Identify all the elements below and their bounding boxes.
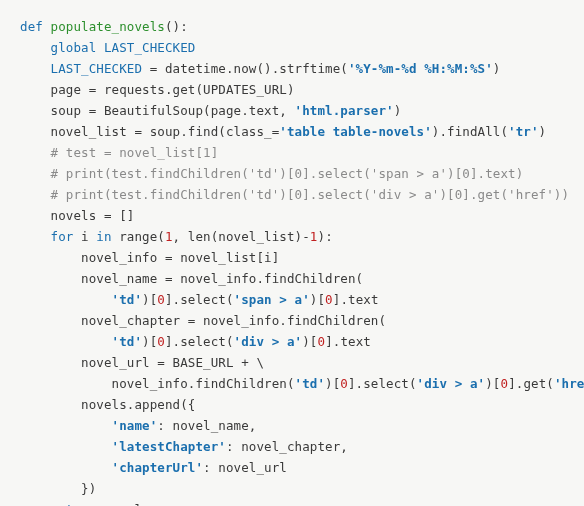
code-token: page = requests.get(	[51, 82, 204, 97]
code-line: page = requests.get(UPDATES_URL)	[20, 82, 295, 97]
code-line: })	[20, 481, 96, 496]
code-line: novels.append({	[20, 397, 195, 412]
code-token: 'html.parser'	[295, 103, 394, 118]
code-token: )	[493, 61, 501, 76]
code-token: 'latestChapter'	[112, 439, 226, 454]
code-token: , len(novel_list)-	[173, 229, 310, 244]
code-token: 0	[317, 334, 325, 349]
code-token: 1	[165, 229, 173, 244]
code-token: )[	[302, 334, 317, 349]
code-token: ].text	[325, 334, 371, 349]
code-token: novels.append({	[81, 397, 195, 412]
code-token: novel_name = novel_info.findChildren(	[81, 271, 363, 286]
code-token: for	[51, 229, 82, 244]
code-token: def	[20, 19, 51, 34]
code-token: ):	[318, 229, 333, 244]
code-token: = datetime.now().strftime(	[142, 61, 348, 76]
code-token: : novel_name,	[157, 418, 256, 433]
code-line: novels = []	[20, 208, 134, 223]
code-block: def populate_novels(): global LAST_CHECK…	[0, 0, 584, 506]
code-token: + \	[234, 355, 265, 370]
code-line: global LAST_CHECKED	[20, 40, 195, 55]
code-token: 'href'	[554, 376, 584, 391]
code-line: novel_chapter = novel_info.findChildren(	[20, 313, 386, 328]
code-token: )	[394, 103, 402, 118]
code-token: range(	[119, 229, 165, 244]
code-token: ].select(	[165, 334, 234, 349]
code-line: novel_name = novel_info.findChildren(	[20, 271, 363, 286]
code-line: for i in range(1, len(novel_list)-1):	[20, 229, 333, 244]
code-token: 'td'	[112, 334, 143, 349]
code-token: LAST_CHECKED	[51, 61, 143, 76]
code-line: def populate_novels():	[20, 19, 188, 34]
code-token: 'td'	[112, 292, 143, 307]
code-token: : novel_chapter,	[226, 439, 348, 454]
code-token: 'table table-novels'	[279, 124, 432, 139]
code-token: # print(test.findChildren('td')[0].selec…	[51, 166, 524, 181]
code-token: )	[539, 124, 547, 139]
code-line: novel_list = soup.find(class_='table tab…	[20, 124, 546, 139]
code-line: 'latestChapter': novel_chapter,	[20, 439, 348, 454]
code-line: 'td')[0].select('span > a')[0].text	[20, 292, 379, 307]
code-line: novel_info.findChildren('td')[0].select(…	[20, 376, 584, 391]
code-token: )[	[142, 292, 157, 307]
code-line: novel_url = BASE_URL + \	[20, 355, 264, 370]
code-token: ].text	[333, 292, 379, 307]
code-line: # test = novel_list[1]	[20, 145, 218, 160]
code-line: return novels	[20, 502, 150, 506]
code-token: novel_chapter = novel_info.findChildren(	[81, 313, 386, 328]
code-token: 0	[340, 376, 348, 391]
code-token: 0	[325, 292, 333, 307]
code-token: ].get(	[508, 376, 554, 391]
code-token: 0	[157, 334, 165, 349]
code-token: novel_list = soup.find(	[51, 124, 226, 139]
code-token: novels = []	[51, 208, 135, 223]
code-token: LAST_CHECKED	[104, 40, 196, 55]
code-token: 'chapterUrl'	[112, 460, 204, 475]
code-token: ():	[165, 19, 188, 34]
code-token: 'name'	[112, 418, 158, 433]
code-token: })	[81, 481, 96, 496]
code-token: novel_info = novel_list[i]	[81, 250, 279, 265]
code-token: ].select(	[165, 292, 234, 307]
code-token: 'div > a'	[417, 376, 486, 391]
code-token: )	[287, 82, 295, 97]
code-token: ).findAll(	[432, 124, 508, 139]
code-token: '%Y-%m-%d %H:%M:%S'	[348, 61, 493, 76]
code-token: )[	[485, 376, 500, 391]
code-token: # test = novel_list[1]	[51, 145, 219, 160]
code-token: 'tr'	[508, 124, 539, 139]
code-token: 0	[157, 292, 165, 307]
code-token: return	[51, 502, 104, 506]
code-line: # print(test.findChildren('td')[0].selec…	[20, 166, 523, 181]
code-token: novel_url =	[81, 355, 173, 370]
code-token: BASE_URL	[173, 355, 234, 370]
code-token: UPDATES_URL	[203, 82, 287, 97]
code-token: global	[51, 40, 104, 55]
code-token: 'div > a'	[234, 334, 303, 349]
code-token: 0	[501, 376, 509, 391]
code-token: populate_novels	[51, 19, 165, 34]
code-token: novels	[104, 502, 150, 506]
code-token: )[	[325, 376, 340, 391]
code-token: 1	[310, 229, 318, 244]
code-line: novel_info = novel_list[i]	[20, 250, 279, 265]
code-line: 'chapterUrl': novel_url	[20, 460, 287, 475]
code-token: class_	[226, 124, 272, 139]
code-token: ].select(	[348, 376, 417, 391]
code-token: i	[81, 229, 96, 244]
code-line: LAST_CHECKED = datetime.now().strftime('…	[20, 61, 500, 76]
code-token: )[	[142, 334, 157, 349]
code-token: soup = BeautifulSoup(page.text,	[51, 103, 295, 118]
code-token: 'span > a'	[234, 292, 310, 307]
code-token: 'td'	[295, 376, 326, 391]
code-token: )[	[310, 292, 325, 307]
code-token: in	[96, 229, 119, 244]
code-token: novel_info.findChildren(	[112, 376, 295, 391]
code-line: soup = BeautifulSoup(page.text, 'html.pa…	[20, 103, 401, 118]
code-line: 'td')[0].select('div > a')[0].text	[20, 334, 371, 349]
code-line: 'name': novel_name,	[20, 418, 256, 433]
code-token: : novel_url	[203, 460, 287, 475]
code-token: # print(test.findChildren('td')[0].selec…	[51, 187, 570, 202]
code-line: # print(test.findChildren('td')[0].selec…	[20, 187, 569, 202]
